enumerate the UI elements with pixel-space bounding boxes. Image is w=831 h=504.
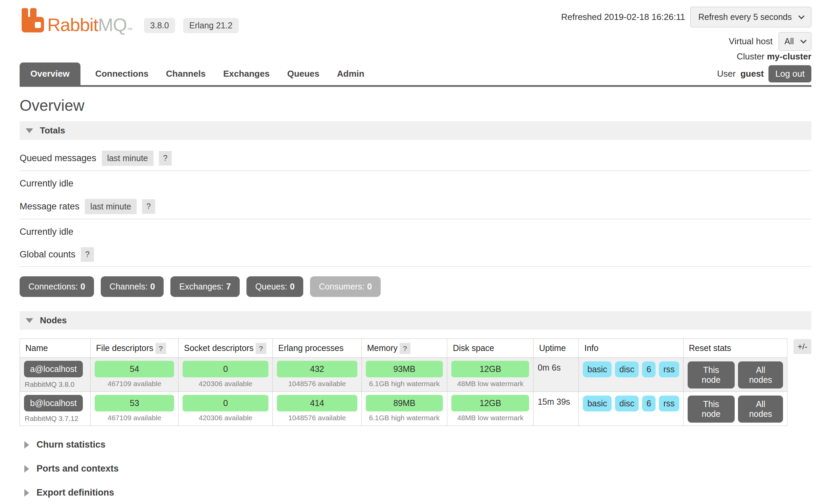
sd-available: 420306 available <box>183 414 268 422</box>
cluster-info: Cluster my-cluster <box>717 51 811 62</box>
uptime-value: 15m 39s <box>538 395 574 407</box>
socket-descriptors-help-icon[interactable]: ? <box>256 343 266 354</box>
memory-watermark: 6.1GB high watermark <box>366 414 443 422</box>
sd-cell: 0 420306 available <box>179 358 273 392</box>
col-memory: Memory? <box>361 339 447 358</box>
logout-button[interactable]: Log out <box>768 65 811 82</box>
export-definitions-label: Export definitions <box>37 487 114 498</box>
channels-counter-value: 0 <box>150 282 155 291</box>
proc-available: 1048576 available <box>277 414 357 422</box>
proc-cell: 432 1048576 available <box>273 358 362 392</box>
chevron-down-icon <box>798 13 804 19</box>
fd-cell: 53 467109 available <box>91 392 179 426</box>
virtual-host-value: All <box>784 36 794 46</box>
queued-messages-row: Queued messages last minute ? <box>20 149 811 171</box>
message-rates-idle-text: Currently idle <box>20 219 811 245</box>
consumers-counter-label: Consumers: <box>319 282 364 291</box>
message-rates-range-badge[interactable]: last minute <box>85 199 137 214</box>
rabbitmq-version-badge: 3.8.0 <box>144 18 175 33</box>
col-uptime: Uptime <box>533 339 579 358</box>
ports-and-contexts-section[interactable]: Ports and contexts <box>24 463 811 474</box>
logo[interactable]: RabbitMQ ™ 3.8.0 Erlang 21.2 <box>20 7 239 34</box>
reset-all-nodes-button[interactable]: All nodes <box>738 396 783 423</box>
nav-tabs: Overview Connections Channels Exchanges … <box>20 62 367 85</box>
info-cell: basic disc 6 rss <box>579 392 683 426</box>
message-rates-help-icon[interactable]: ? <box>142 199 155 214</box>
refresh-interval-select[interactable]: Refresh every 5 seconds <box>690 7 811 27</box>
fd-value: 54 <box>95 361 174 377</box>
refresh-row: Refreshed 2019-02-18 16:26:11 Refresh ev… <box>561 7 811 27</box>
info-badge-basic: basic <box>583 396 611 411</box>
virtual-host-row: Virtual host All <box>729 32 811 51</box>
disk-watermark: 48MB low watermark <box>451 380 529 388</box>
consumers-counter: Consumers:0 <box>310 276 381 297</box>
file-descriptors-help-icon[interactable]: ? <box>156 343 166 354</box>
refresh-interval-value: Refresh every 5 seconds <box>698 12 792 22</box>
virtual-host-select[interactable]: All <box>779 32 811 51</box>
exchanges-counter[interactable]: Exchanges:7 <box>170 276 240 297</box>
uptime-cell: 0m 6s <box>533 358 579 392</box>
totals-section-label: Totals <box>40 125 65 136</box>
queues-counter[interactable]: Queues:0 <box>246 276 303 297</box>
global-counts-help-icon[interactable]: ? <box>81 247 94 262</box>
info-badge-plugins-count: 6 <box>642 396 656 411</box>
disk-cell: 12GB 48MB low watermark <box>447 358 533 392</box>
reset-stats-cell: This node All nodes <box>683 392 787 426</box>
trademark-symbol: ™ <box>127 27 133 34</box>
queued-messages-help-icon[interactable]: ? <box>159 151 172 166</box>
channels-counter[interactable]: Channels:0 <box>101 276 164 297</box>
node-name-badge[interactable]: a@localhost <box>24 361 83 377</box>
page-title: Overview <box>20 96 811 115</box>
proc-value: 414 <box>277 395 357 411</box>
info-badge-plugins-count: 6 <box>642 361 656 377</box>
collapse-triangle-icon <box>26 318 33 323</box>
tab-connections[interactable]: Connections <box>93 62 151 85</box>
reset-all-nodes-button[interactable]: All nodes <box>738 361 783 388</box>
global-counts-row: Global counts ? <box>20 245 811 267</box>
export-definitions-section[interactable]: Export definitions <box>24 487 811 498</box>
node-name-badge[interactable]: b@localhost <box>24 395 83 411</box>
message-rates-label: Message rates <box>20 201 79 212</box>
tab-admin[interactable]: Admin <box>334 62 367 85</box>
fd-cell: 54 467109 available <box>91 358 179 392</box>
proc-cell: 414 1048576 available <box>273 392 362 426</box>
nodes-table: Name File descriptors? Socket descriptor… <box>20 338 787 426</box>
header-right: Refreshed 2019-02-18 16:26:11 Refresh ev… <box>561 7 811 51</box>
refreshed-timestamp: Refreshed 2019-02-18 16:26:11 <box>561 12 685 22</box>
node-product-version: RabbitMQ 3.7.12 <box>24 414 86 423</box>
user-label: User <box>717 69 736 79</box>
reset-this-node-button[interactable]: This node <box>688 396 735 423</box>
queues-counter-value: 0 <box>290 282 294 291</box>
memory-help-icon[interactable]: ? <box>400 343 410 354</box>
col-reset-stats: Reset stats <box>683 339 787 358</box>
expand-triangle-icon <box>24 465 29 473</box>
message-rates-row: Message rates last minute ? <box>20 197 811 219</box>
tab-exchanges[interactable]: Exchanges <box>220 62 272 85</box>
ports-and-contexts-label: Ports and contexts <box>37 463 119 474</box>
queued-messages-label: Queued messages <box>20 153 96 163</box>
totals-section-header[interactable]: Totals <box>20 121 811 140</box>
column-toggle-button[interactable]: +/- <box>793 339 811 354</box>
churn-statistics-label: Churn statistics <box>37 439 105 450</box>
tab-channels[interactable]: Channels <box>163 62 208 85</box>
reset-this-node-button[interactable]: This node <box>688 361 735 388</box>
disk-value: 12GB <box>451 361 529 377</box>
churn-statistics-section[interactable]: Churn statistics <box>24 439 811 450</box>
tab-queues[interactable]: Queues <box>284 62 322 85</box>
queued-messages-range-badge[interactable]: last minute <box>102 151 153 166</box>
col-info: Info <box>579 339 683 358</box>
disk-watermark: 48MB low watermark <box>451 414 529 422</box>
rabbitmq-overview-page: RabbitMQ ™ 3.8.0 Erlang 21.2 Refreshed 2… <box>0 0 831 504</box>
info-badge-rss: rss <box>659 396 679 411</box>
uptime-value: 0m 6s <box>538 361 574 373</box>
queued-messages-idle-text: Currently idle <box>20 171 811 197</box>
tab-overview[interactable]: Overview <box>20 62 80 85</box>
memory-cell: 93MB 6.1GB high watermark <box>361 358 447 392</box>
chevron-down-icon <box>800 37 806 43</box>
connections-counter-value: 0 <box>80 282 85 291</box>
nodes-section-header[interactable]: Nodes <box>20 311 811 330</box>
user-name: guest <box>740 69 764 79</box>
collapse-triangle-icon <box>26 128 33 133</box>
proc-available: 1048576 available <box>277 380 357 388</box>
connections-counter[interactable]: Connections:0 <box>20 276 94 297</box>
